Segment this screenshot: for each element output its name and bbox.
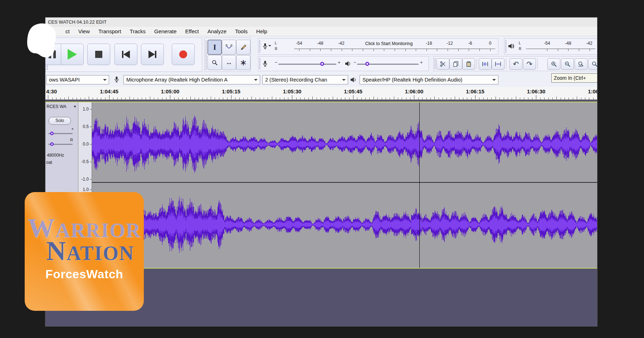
audio-host-value: ows WASAPI: [49, 77, 80, 83]
timeline-tick: [556, 97, 557, 99]
track-name[interactable]: RCES WA ▼: [47, 104, 77, 109]
timeline-tick: [410, 98, 410, 99]
timeline-tick: [292, 95, 292, 99]
amplitude-scale-tick: [90, 144, 92, 144]
timeline-tick: [166, 98, 166, 99]
toolbar-grip[interactable]: [259, 40, 260, 53]
amplitude-scale-tick: [90, 127, 92, 127]
meter-tick: [479, 49, 480, 51]
timeline-tick: [190, 97, 191, 99]
recording-device-select[interactable]: Microphone Array (Realtek High Definitio…: [123, 75, 260, 84]
timeline-tick: [243, 98, 244, 99]
timeline-ruler[interactable]: 4:30 1:04:451:05:001:05:151:05:301:05:45…: [45, 87, 597, 100]
solo-button[interactable]: Solo: [49, 117, 71, 125]
timeline-tick: [589, 98, 589, 99]
amplitude-scale-label: 0.0: [83, 142, 89, 147]
timeline-tick: [211, 97, 211, 99]
pan-thumb[interactable]: [50, 142, 54, 146]
timeline-tick: [255, 98, 256, 99]
gain-thumb[interactable]: [50, 132, 54, 135]
toolbar-separator: [506, 58, 506, 69]
play-icon: [68, 49, 77, 60]
menu-item-transport[interactable]: Transport: [98, 28, 121, 34]
undo-button[interactable]: ↶: [509, 58, 522, 70]
toolbar-grip[interactable]: [205, 40, 207, 70]
meter-tick: [558, 49, 558, 51]
menu-item-tools[interactable]: Tools: [235, 28, 248, 34]
recording-meter-toolbar[interactable]: L R Click to Start Monitoring -54-48-42-…: [258, 38, 498, 55]
paste-button[interactable]: [462, 58, 475, 70]
trim-audio-button[interactable]: [479, 58, 492, 70]
timeline-tick: [97, 98, 97, 99]
selection-tool-button[interactable]: I: [208, 40, 222, 55]
waveform-canvas[interactable]: [92, 102, 597, 268]
copy-button[interactable]: [449, 58, 462, 70]
timeline-tick: [312, 97, 313, 99]
toolbar-grip[interactable]: [505, 40, 507, 53]
draw-tool-button[interactable]: [236, 40, 250, 55]
toolbar-grip[interactable]: [434, 58, 436, 69]
zoom-in-button[interactable]: [547, 58, 560, 70]
chevron-down-icon[interactable]: [268, 45, 271, 48]
timeline-tick: [304, 98, 305, 99]
timeline-label: 1:05:45: [344, 88, 362, 94]
timeline-tick: [479, 98, 479, 99]
menu-item-effect[interactable]: Effect: [185, 28, 199, 34]
meter-channel-left-label: L: [275, 41, 277, 45]
play-button[interactable]: [61, 44, 84, 65]
redo-button[interactable]: ↷: [523, 58, 536, 70]
recording-level-thumb[interactable]: [320, 62, 324, 66]
timeline-tick: [471, 98, 472, 99]
menu-item-ct[interactable]: ct: [65, 28, 70, 34]
skip-to-end-icon: [148, 50, 156, 58]
skip-to-start-button[interactable]: [114, 44, 137, 65]
meter-tick: [320, 49, 321, 51]
menu-item-tracks[interactable]: Tracks: [130, 28, 146, 34]
playback-meter-toolbar[interactable]: L R -54-48-42: [504, 38, 597, 55]
record-button[interactable]: [172, 44, 195, 65]
zoom-fit-button[interactable]: [588, 58, 597, 70]
audio-host-select[interactable]: ows WASAPI: [46, 75, 109, 84]
menu-item-generate[interactable]: Generate: [154, 28, 177, 34]
zoom-out-button[interactable]: [561, 58, 574, 70]
timeline-tick: [170, 95, 170, 99]
timeline-tick: [597, 95, 597, 99]
stop-button[interactable]: [87, 44, 110, 65]
timeline-tick: [174, 98, 175, 99]
timeline-tick: [581, 98, 581, 99]
zoom-in-tooltip: Zoom In (Ctrl+: [551, 73, 597, 83]
timeline-tick: [321, 98, 321, 99]
timeline-tick: [158, 98, 158, 99]
undo-icon: ↶: [513, 60, 519, 68]
zoom-tool-button[interactable]: [208, 55, 222, 70]
meter-scale-number: -12: [447, 41, 453, 46]
timeline-tick: [426, 98, 427, 99]
recording-channels-select[interactable]: 2 (Stereo) Recording Chan: [262, 75, 348, 84]
timeline-tick: [483, 98, 484, 99]
timeline-tick: [272, 97, 272, 99]
time-shift-tool-button[interactable]: ↔: [222, 55, 236, 70]
zoom-selection-button[interactable]: [575, 58, 587, 70]
menu-item-help[interactable]: Help: [256, 28, 267, 34]
timeline-tick: [56, 98, 57, 99]
playback-level-thumb[interactable]: [365, 62, 369, 66]
playback-device-select[interactable]: Speaker/HP (Realtek High Definition Audi…: [360, 75, 498, 84]
timeline-tick: [203, 98, 203, 99]
menu-item-analyze[interactable]: Analyze: [208, 28, 226, 34]
cut-button[interactable]: [436, 58, 449, 70]
timeline-tick: [349, 98, 350, 99]
timeline-tick: [195, 98, 195, 99]
multi-tool-button[interactable]: ∗: [236, 55, 250, 70]
timeline-tick: [341, 98, 341, 99]
menu-item-view[interactable]: View: [78, 28, 90, 34]
envelope-tool-button[interactable]: [222, 40, 236, 55]
monitoring-prompt[interactable]: Click to Start Monitoring: [365, 41, 413, 46]
envelope-tool-icon: [226, 44, 232, 50]
mixer-toolbar: − + − +: [258, 56, 429, 71]
toolbar-grip[interactable]: [259, 58, 260, 69]
timeline-tick: [113, 98, 113, 99]
skip-to-end-button[interactable]: [141, 44, 164, 65]
silence-audio-button[interactable]: [492, 58, 504, 70]
timeline-tick: [186, 98, 187, 99]
recording-level-slider[interactable]: [278, 64, 336, 65]
